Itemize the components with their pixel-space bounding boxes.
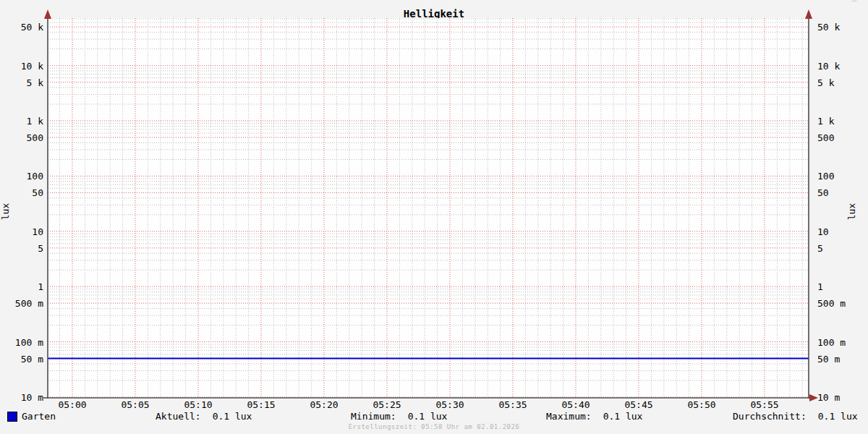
stat-value: 0.1 lux (818, 411, 858, 422)
y-tick-label-left: 1 k (1, 116, 43, 126)
y-tick-label-right: 100 (817, 171, 834, 181)
x-tick-label: 05:10 (184, 400, 212, 410)
y-tick-label-left: 100 (1, 171, 43, 181)
arrow-up-right-icon (805, 9, 812, 19)
stat-label: Durchschnitt: (733, 411, 807, 422)
y-tick-label-right: 100 m (817, 337, 846, 346)
creation-timestamp: Erstellungszeit: 05:58 Uhr am 02.01.2026 (0, 423, 868, 430)
y-tick-label-left: 50 m (1, 354, 43, 363)
x-tick-label: 05:15 (247, 400, 275, 410)
y-axis-unit-label-right: lux (846, 203, 857, 220)
y-tick-label-left: 5 (1, 243, 43, 252)
y-tick-label-right: 1 k (817, 116, 834, 126)
x-tick-label: 05:50 (687, 400, 715, 410)
stat-label: Aktuell: (156, 411, 201, 422)
stat-aktuell: Aktuell:0.1 lux (156, 411, 252, 422)
y-axis-unit-label-left: lux (0, 203, 11, 220)
y-tick-label-right: 500 m (817, 299, 846, 308)
y-tick-label-left: 500 (1, 132, 43, 142)
stat-value: 0.1 lux (603, 411, 643, 422)
x-tick-label: 05:00 (58, 400, 86, 410)
x-tick-label: 05:45 (624, 400, 652, 410)
rrdtool-graph: Helligkeit RRDTOOL / TOBI OETIKER 50 k10… (0, 0, 868, 434)
legend-color-swatch (7, 412, 17, 422)
y-tick-label-left: 100 m (1, 337, 43, 346)
y-tick-label-right: 10 m (817, 393, 840, 402)
y-tick-label-right: 10 k (817, 61, 840, 70)
y-tick-label-right: 1 (817, 282, 823, 292)
y-tick-label-left: 50 k (1, 22, 43, 32)
plot-canvas (48, 18, 809, 398)
x-tick-label: 05:20 (310, 400, 338, 410)
x-tick-label: 05:05 (121, 400, 149, 410)
y-tick-label-right: 500 (817, 132, 834, 142)
x-tick-label: 05:30 (435, 400, 464, 410)
y-tick-label-left: 10 (1, 226, 43, 236)
y-tick-label-right: 50 (817, 188, 829, 197)
x-tick-label: 05:35 (498, 400, 527, 410)
y-tick-label-left: 5 k (1, 77, 43, 87)
stat-minimum: Minimum:0.1 lux (351, 411, 447, 422)
y-tick-label-left: 50 (1, 188, 43, 197)
stat-maximum: Maximum:0.1 lux (546, 411, 642, 422)
legend-row: Garten Aktuell:0.1 lux Minimum:0.1 lux M… (0, 411, 868, 422)
y-tick-label-right: 5 k (817, 77, 834, 87)
x-tick-label: 05:40 (561, 400, 590, 410)
y-tick-label-left: 500 m (1, 299, 43, 308)
stat-value: 0.1 lux (408, 411, 448, 422)
x-tick-label: 05:25 (373, 400, 401, 410)
y-tick-label-left: 10 k (1, 61, 43, 70)
stat-label: Maximum: (546, 411, 592, 422)
plot-area (0, 0, 868, 434)
y-tick-label-right: 50 m (817, 354, 840, 363)
arrow-up-left-icon (44, 9, 51, 19)
legend-entry-garten: Garten (7, 411, 56, 422)
y-tick-label-left: 10 m (1, 393, 43, 402)
stat-value: 0.1 lux (213, 411, 252, 422)
stat-durchschnitt: Durchschnitt:0.1 lux (733, 411, 858, 422)
stat-label: Minimum: (351, 411, 396, 422)
y-tick-label-right: 50 k (817, 22, 840, 32)
y-tick-label-right: 10 (817, 226, 829, 236)
y-tick-label-left: 1 (1, 282, 43, 292)
y-tick-label-right: 5 (817, 243, 823, 252)
x-tick-label: 05:55 (750, 400, 778, 410)
legend-series-label: Garten (22, 411, 56, 422)
